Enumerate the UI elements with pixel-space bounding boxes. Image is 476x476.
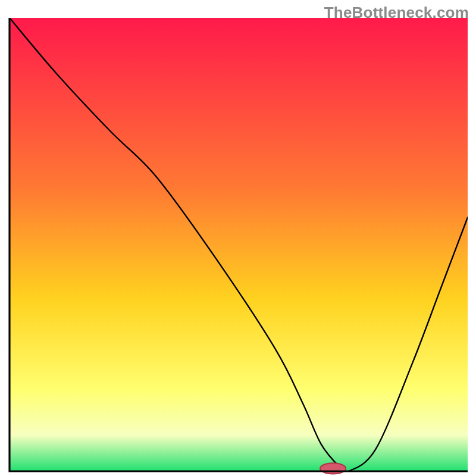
plot-background bbox=[10, 18, 468, 471]
watermark-label: TheBottleneck.com bbox=[324, 4, 469, 22]
chart-svg bbox=[0, 0, 476, 476]
optimum-marker bbox=[320, 463, 346, 474]
chart-stage: TheBottleneck.com bbox=[0, 0, 476, 476]
